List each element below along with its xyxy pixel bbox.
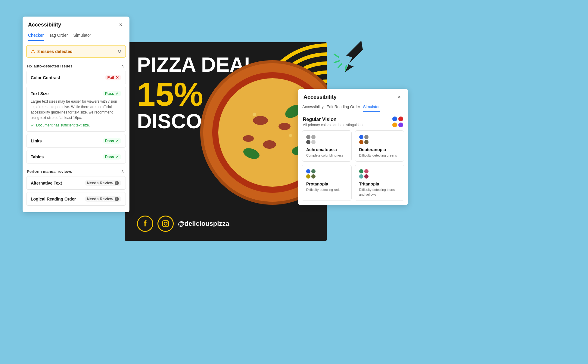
simulator-panel-title: Accessibility — [303, 94, 337, 100]
deuteranopia-title: Deuteranopia — [359, 147, 400, 152]
svg-point-5 — [263, 140, 276, 149]
simulator-close-button[interactable]: × — [396, 94, 403, 100]
reading-order-label: Logical Reading Order — [31, 197, 76, 201]
tritanopia-card[interactable]: Tritanopia Difficulty detecting blues an… — [355, 165, 405, 201]
pass-icon: ✓ — [116, 91, 119, 96]
svg-line-17 — [334, 61, 339, 63]
regular-vision-title: Regular Vision — [303, 117, 365, 122]
tab-simulator[interactable]: Simulator — [73, 31, 91, 41]
alt-text-label: Alternative Text — [31, 181, 62, 185]
tables-item[interactable]: Tables Pass ✓ — [26, 150, 126, 163]
chevron-up-icon: ∧ — [121, 64, 124, 68]
tables-label: Tables — [31, 154, 44, 159]
tab-edit-reading-order[interactable]: Edit Reading Order — [327, 103, 360, 112]
tables-badge: Pass ✓ — [103, 154, 121, 160]
alt-text-item[interactable]: Alternative Text Needs Review i — [26, 176, 126, 190]
manual-section-header[interactable]: Perform manual reviews ∧ — [23, 166, 129, 176]
pd-3 — [306, 174, 310, 179]
color-contrast-item[interactable]: Color Contrast Fail ✕ — [26, 71, 126, 84]
achromatopsia-card[interactable]: Achromatopsia Complete color blindness — [302, 130, 352, 162]
panel-title: Accessibility — [28, 22, 61, 28]
links-label: Links — [31, 138, 42, 143]
deuteranopia-card[interactable]: Deuteranopia Difficulty detecting greens — [355, 130, 405, 162]
alt-text-info-icon: i — [115, 181, 119, 185]
tab-tag-order[interactable]: Tag Order — [49, 31, 68, 41]
svg-point-13 — [164, 222, 167, 225]
refresh-icon[interactable]: ↻ — [117, 48, 121, 54]
regular-vision-dots — [392, 117, 403, 127]
facebook-icon: f — [137, 216, 153, 232]
regular-vision-sub: All primary colors can be distinguished — [303, 123, 365, 127]
reading-order-info-icon: i — [115, 197, 119, 201]
text-size-badge: Pass ✓ — [103, 91, 121, 96]
rv-dot-3 — [392, 123, 397, 127]
reading-order-item[interactable]: Logical Reading Order Needs Review i — [26, 192, 126, 206]
color-contrast-label: Color Contrast — [31, 75, 60, 80]
cursor-arrow — [333, 39, 369, 75]
reading-order-row: Logical Reading Order Needs Review i — [31, 196, 121, 202]
td-3 — [359, 174, 363, 179]
achromatopsia-dots — [306, 135, 316, 144]
links-pass-icon: ✓ — [116, 138, 119, 143]
pd-1 — [306, 169, 310, 173]
pizza-discount: 15% — [137, 78, 203, 111]
rv-dot-2 — [398, 117, 403, 121]
simulator-panel-tabs: Accessibility Edit Reading Order Simulat… — [298, 100, 408, 112]
tables-pass-icon: ✓ — [116, 154, 119, 159]
regular-vision-section: Regular Vision All primary colors can be… — [298, 112, 408, 130]
vision-types-grid: Achromatopsia Complete color blindness D… — [298, 130, 408, 205]
auto-section-title: Fix auto-detected issues — [27, 64, 73, 68]
auto-section-header[interactable]: Fix auto-detected issues ∧ — [23, 61, 129, 71]
tritanopia-dots — [359, 169, 369, 179]
tritanopia-sub: Difficulty detecting blues and yellows — [359, 188, 400, 197]
links-row: Links Pass ✓ — [31, 138, 121, 144]
simulator-panel-header: Accessibility × — [298, 89, 408, 100]
reading-order-badge: Needs Review i — [85, 196, 121, 202]
text-size-desc: Larger text sizes may be easier for view… — [31, 99, 121, 120]
dd-4 — [364, 140, 369, 144]
fail-icon: ✕ — [116, 75, 119, 80]
tab-accessibility[interactable]: Accessibility — [302, 103, 324, 112]
protanopia-title: Protanopia — [306, 182, 347, 186]
tab-simulator-active[interactable]: Simulator — [363, 103, 380, 112]
acd-3 — [306, 140, 310, 144]
td-1 — [359, 169, 363, 173]
alt-text-row: Alternative Text Needs Review i — [31, 180, 121, 186]
pd-2 — [311, 169, 316, 173]
success-check-icon: ✓ — [31, 123, 34, 128]
svg-marker-15 — [345, 41, 363, 72]
links-item[interactable]: Links Pass ✓ — [26, 134, 126, 148]
social-row: f @deliciouspizza — [137, 216, 229, 232]
manual-section-title: Perform manual reviews — [27, 169, 72, 174]
protanopia-dots — [306, 169, 316, 179]
tables-row: Tables Pass ✓ — [31, 154, 121, 160]
svg-point-10 — [253, 113, 256, 116]
td-2 — [364, 169, 369, 173]
text-size-label: Text Size — [31, 91, 49, 96]
alt-text-badge: Needs Review i — [85, 180, 121, 186]
deuteranopia-dots — [359, 135, 369, 144]
rv-dot-4 — [398, 123, 403, 127]
tritanopia-title: Tritanopia — [359, 182, 400, 186]
svg-point-11 — [289, 134, 292, 137]
acd-1 — [306, 135, 310, 139]
protanopia-card[interactable]: Protanopia Difficulty detecting reds — [302, 165, 352, 201]
achromatopsia-title: Achromatopsia — [306, 147, 347, 152]
svg-line-16 — [334, 54, 339, 57]
svg-point-6 — [243, 135, 254, 142]
close-button[interactable]: × — [117, 21, 124, 28]
issues-banner: ⚠ 8 issues detected ↻ — [26, 45, 126, 58]
tab-checker[interactable]: Checker — [28, 31, 44, 41]
instagram-icon — [157, 216, 174, 232]
protanopia-sub: Difficulty detecting reds — [306, 188, 347, 192]
text-size-item[interactable]: Text Size Pass ✓ Larger text sizes may b… — [26, 87, 126, 132]
color-contrast-badge: Fail ✕ — [105, 75, 121, 80]
text-size-row: Text Size Pass ✓ — [31, 91, 121, 96]
issues-text: ⚠ 8 issues detected — [31, 48, 73, 54]
issues-count: 8 issues detected — [37, 49, 73, 54]
manual-chevron-icon: ∧ — [121, 169, 124, 174]
social-handle: @deliciouspizza — [178, 220, 229, 228]
achromatopsia-sub: Complete color blindness — [306, 153, 347, 158]
svg-line-18 — [338, 64, 342, 68]
deuteranopia-sub: Difficulty detecting greens — [359, 153, 400, 158]
